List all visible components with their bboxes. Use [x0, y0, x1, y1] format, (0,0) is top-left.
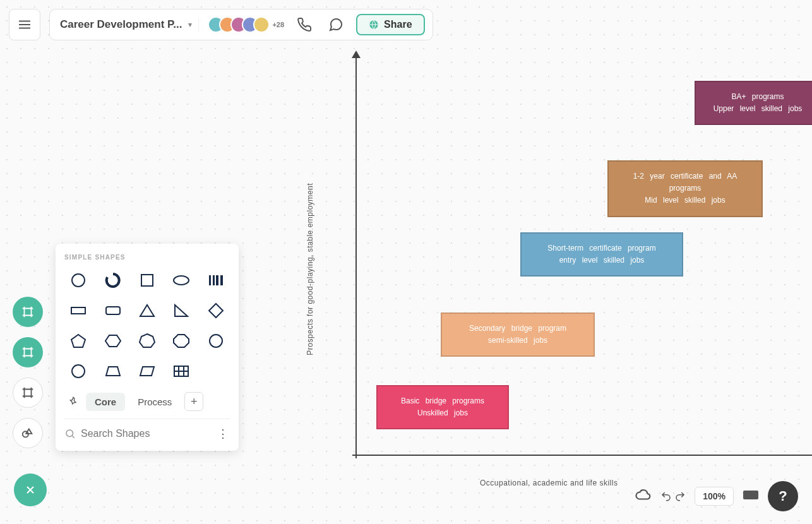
document-title: Career Development P...	[60, 18, 182, 31]
diagram-box-ba[interactable]: BA+ programs Upper level skilled jobs	[695, 81, 812, 125]
document-toolbar: Career Development P... ▾ +28 Share	[49, 9, 433, 40]
share-label: Share	[384, 19, 412, 30]
chevron-down-icon: ▾	[188, 20, 192, 29]
shape-trapezoid[interactable]	[99, 359, 126, 383]
cloud-icon	[635, 487, 652, 503]
diagram-box-cert-aa[interactable]: 1-2 year certificate and AA programs Mid…	[607, 160, 763, 217]
share-button[interactable]: Share	[356, 14, 424, 35]
undo-icon[interactable]	[660, 491, 672, 502]
shape-search-input[interactable]	[81, 428, 212, 439]
sync-status[interactable]	[635, 487, 652, 506]
shape-pentagon[interactable]	[64, 329, 92, 353]
shape-grid[interactable]	[167, 359, 195, 383]
shape-hexagon[interactable]	[99, 329, 126, 353]
diagram-box-shortterm[interactable]: Short-term certificate program entry lev…	[520, 232, 683, 277]
shape-rect-thin[interactable]	[64, 299, 92, 323]
shape-triangle[interactable]	[133, 299, 161, 323]
pin-icon	[68, 396, 78, 407]
undo-redo-group	[660, 491, 686, 502]
x-axis	[352, 455, 812, 456]
diagram-box-secondary[interactable]: Secondary bridge program semi-skilled jo…	[441, 313, 595, 357]
frame-icon	[21, 305, 35, 319]
shapes-panel: SIMPLE SHAPES Core Process + ⋮	[56, 244, 239, 451]
shapes-panel-heading: SIMPLE SHAPES	[64, 254, 230, 261]
svg-rect-15	[743, 491, 758, 499]
shape-nonagon[interactable]	[202, 329, 230, 353]
collaborator-avatars[interactable]: +28	[208, 16, 284, 33]
hamburger-icon	[18, 18, 32, 32]
svg-point-4	[174, 276, 189, 285]
shapes-tool[interactable]	[13, 418, 43, 448]
left-tool-rail	[13, 297, 43, 448]
pin-button[interactable]	[64, 393, 82, 410]
avatar	[253, 16, 270, 33]
shape-parallelogram[interactable]	[133, 359, 161, 383]
y-axis	[355, 54, 357, 458]
svg-point-11	[210, 335, 222, 347]
diagram-box-basic[interactable]: Basic bridge programs Unskilled jobs	[376, 385, 509, 429]
shape-rect-round[interactable]	[99, 299, 126, 323]
shape-square[interactable]	[133, 268, 161, 292]
redo-icon[interactable]	[674, 491, 686, 502]
keyboard-shortcuts[interactable]	[743, 489, 759, 504]
shape-decagon[interactable]	[64, 359, 92, 383]
frame-tool-2[interactable]	[13, 337, 43, 367]
canvas[interactable]: Prospects for good-playing, stable emplo…	[316, 51, 812, 492]
shape-barcode[interactable]	[202, 268, 230, 292]
search-icon	[64, 428, 76, 439]
frame-tool-3[interactable]	[13, 378, 43, 408]
shape-right-triangle[interactable]	[167, 299, 195, 323]
tab-core[interactable]: Core	[86, 393, 125, 411]
svg-rect-10	[106, 307, 120, 314]
close-panel-button[interactable]	[14, 473, 47, 506]
shape-arc[interactable]	[99, 268, 126, 292]
shapes-grid	[64, 268, 230, 383]
chat-bubble-icon	[328, 17, 343, 32]
call-button[interactable]	[293, 13, 316, 36]
shape-search: ⋮	[64, 419, 230, 441]
svg-rect-9	[71, 307, 85, 314]
shape-circle[interactable]	[64, 268, 92, 292]
shape-octagon[interactable]	[167, 329, 195, 353]
add-tab-button[interactable]: +	[184, 392, 203, 411]
svg-point-12	[72, 365, 85, 378]
tab-process[interactable]: Process	[129, 393, 181, 411]
svg-point-2	[72, 274, 85, 287]
svg-rect-3	[141, 275, 153, 286]
frame-icon	[21, 386, 35, 400]
shapes-icon	[21, 426, 35, 440]
help-button[interactable]: ?	[768, 481, 798, 511]
svg-rect-6	[211, 275, 213, 285]
menu-button[interactable]	[9, 9, 40, 40]
close-icon	[24, 484, 37, 496]
shape-ellipse[interactable]	[167, 268, 195, 292]
globe-icon	[369, 20, 379, 30]
shape-heptagon[interactable]	[133, 329, 161, 353]
avatar-overflow-count: +28	[272, 21, 284, 28]
keyboard-icon	[743, 489, 759, 501]
comment-button[interactable]	[325, 13, 347, 36]
svg-rect-8	[218, 275, 220, 285]
shape-search-more[interactable]: ⋮	[217, 427, 230, 441]
shape-category-tabs: Core Process +	[64, 392, 230, 411]
y-axis-label: Prospects for good-playing, stable emplo…	[306, 183, 314, 355]
bottom-controls: 100% ?	[635, 481, 798, 511]
frame-icon	[21, 345, 35, 359]
svg-rect-7	[215, 275, 216, 285]
shape-diamond[interactable]	[202, 299, 230, 323]
zoom-level[interactable]: 100%	[695, 487, 734, 506]
x-axis-label: Occupational, academic and life skills	[480, 479, 618, 487]
frame-tool-active[interactable]	[13, 297, 43, 327]
svg-point-14	[66, 430, 73, 437]
phone-icon	[297, 17, 312, 32]
document-title-dropdown[interactable]: Career Development P... ▾	[57, 18, 199, 31]
